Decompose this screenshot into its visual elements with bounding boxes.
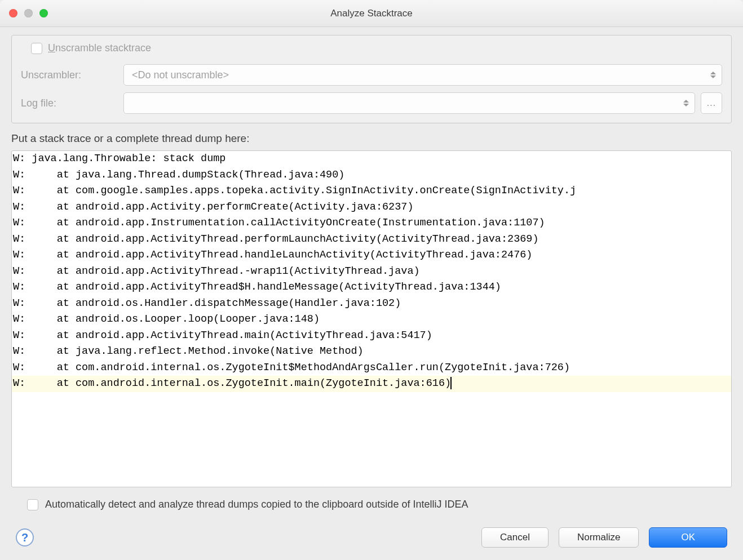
dialog-window: Analyze Stacktrace Unscramble stacktrace… xyxy=(0,0,743,560)
auto-detect-row: Automatically detect and analyze thread … xyxy=(27,499,732,510)
minimize-window-button xyxy=(24,9,33,17)
stacktrace-line: W: at com.google.samples.apps.topeka.act… xyxy=(12,183,731,199)
close-window-button[interactable] xyxy=(9,9,17,17)
unscramble-checkbox-row: Unscramble stacktrace xyxy=(31,42,722,54)
stacktrace-line: W: at android.app.ActivityThread.handleL… xyxy=(12,247,731,264)
maximize-window-button[interactable] xyxy=(39,9,48,17)
ok-button[interactable]: OK xyxy=(649,527,727,548)
stacktrace-textarea[interactable]: W: java.lang.Throwable: stack dumpW: at … xyxy=(11,150,732,487)
logfile-browse-button[interactable]: ... xyxy=(701,92,722,114)
stacktrace-line: W: at android.os.Handler.dispatchMessage… xyxy=(12,296,731,312)
help-button[interactable]: ? xyxy=(16,528,34,546)
auto-detect-label: Automatically detect and analyze thread … xyxy=(45,499,468,510)
stacktrace-line: W: at com.android.internal.os.ZygoteInit… xyxy=(12,360,731,376)
stacktrace-line: W: at android.app.Instrumentation.callAc… xyxy=(12,215,731,232)
button-row: ? Cancel Normalize OK xyxy=(11,527,732,554)
unscrambler-label: Unscrambler: xyxy=(21,69,118,81)
stacktrace-line: W: at android.app.Activity.performCreate… xyxy=(12,199,731,216)
unscrambler-value: <Do not unscramble> xyxy=(132,69,229,81)
dropdown-arrows-icon xyxy=(710,72,716,78)
stacktrace-line: W: at java.lang.reflect.Method.invoke(Na… xyxy=(12,344,731,360)
text-cursor xyxy=(450,377,452,389)
stacktrace-line: W: at java.lang.Thread.dumpStack(Thread.… xyxy=(12,167,731,184)
stacktrace-line: W: at android.os.Looper.loop(Looper.java… xyxy=(12,312,731,328)
logfile-label: Log file: xyxy=(21,97,118,109)
auto-detect-checkbox[interactable] xyxy=(27,499,38,510)
instruction-label: Put a stack trace or a complete thread d… xyxy=(11,132,732,145)
content-area: Unscramble stacktrace Unscrambler: <Do n… xyxy=(0,27,743,560)
stacktrace-line: W: java.lang.Throwable: stack dump xyxy=(12,151,731,167)
unscrambler-dropdown[interactable]: <Do not unscramble> xyxy=(123,64,722,86)
unscramble-group: Unscramble stacktrace Unscrambler: <Do n… xyxy=(11,35,732,123)
logfile-row: Log file: ... xyxy=(21,92,722,114)
window-title: Analyze Stacktrace xyxy=(330,8,413,19)
stacktrace-line: W: at android.app.ActivityThread.perform… xyxy=(12,232,731,248)
unscramble-checkbox[interactable] xyxy=(31,43,42,54)
stacktrace-line: W: at android.app.ActivityThread.main(Ac… xyxy=(12,328,731,344)
cancel-button[interactable]: Cancel xyxy=(481,527,549,548)
unscrambler-row: Unscrambler: <Do not unscramble> xyxy=(21,64,722,86)
stacktrace-line: W: at android.app.ActivityThread$H.handl… xyxy=(12,279,731,296)
unscramble-checkbox-label: Unscramble stacktrace xyxy=(48,42,151,54)
normalize-button[interactable]: Normalize xyxy=(559,527,639,548)
stacktrace-line: W: at android.app.ActivityThread.-wrap11… xyxy=(12,264,731,280)
traffic-lights xyxy=(9,9,48,17)
logfile-input[interactable] xyxy=(123,92,695,114)
input-arrows-icon xyxy=(683,100,689,106)
titlebar: Analyze Stacktrace xyxy=(0,0,743,27)
stacktrace-line: W: at com.android.internal.os.ZygoteInit… xyxy=(12,376,731,392)
